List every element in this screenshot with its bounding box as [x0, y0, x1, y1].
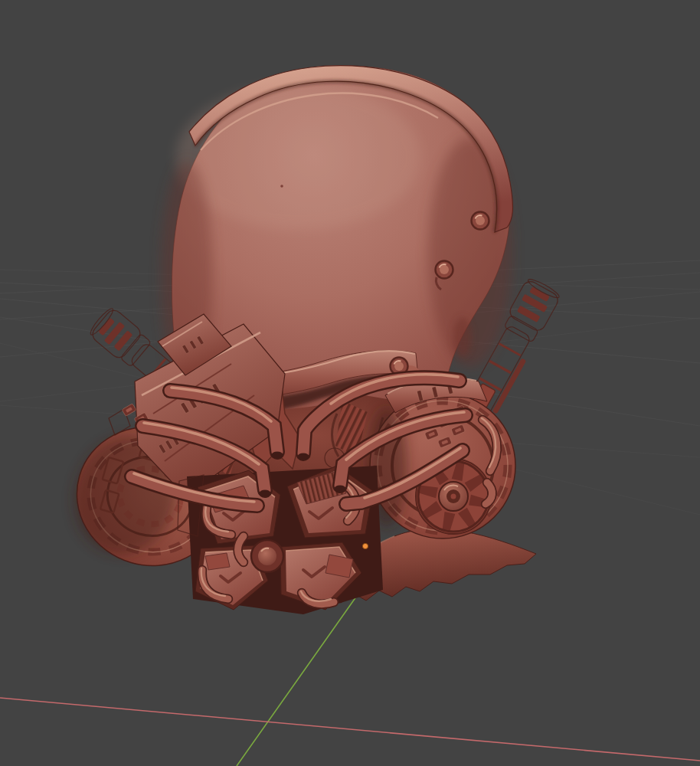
viewport-stage — [0, 0, 700, 766]
dome-highlight — [176, 84, 421, 230]
viewport-canvas[interactable] — [0, 0, 700, 766]
hose-open-end — [298, 453, 309, 460]
rivet — [436, 261, 453, 279]
hose-open-end — [260, 490, 271, 497]
hex-filter-plates[interactable] — [178, 466, 383, 614]
rivet — [472, 212, 489, 230]
dome-surface-dot — [280, 185, 283, 188]
dome-cheek-dimple — [453, 317, 472, 357]
object-origin-dot[interactable] — [362, 543, 368, 548]
hose-open-end — [272, 452, 283, 459]
hose-open-end — [335, 486, 346, 493]
